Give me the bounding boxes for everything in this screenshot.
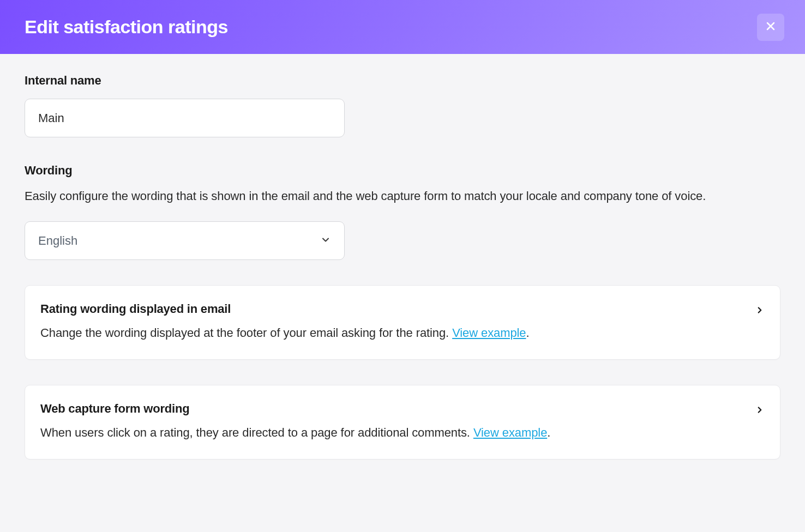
card-content: Web capture form wording When users clic… xyxy=(40,402,744,442)
web-capture-card-description-text: When users click on a rating, they are d… xyxy=(40,426,473,439)
header: Edit satisfaction ratings xyxy=(0,0,805,54)
close-button[interactable] xyxy=(757,14,784,41)
web-capture-card-title: Web capture form wording xyxy=(40,402,744,416)
content: Internal name Wording Easily configure t… xyxy=(0,54,805,479)
email-card-period: . xyxy=(526,326,529,340)
card-content: Rating wording displayed in email Change… xyxy=(40,302,744,342)
wording-description: Easily configure the wording that is sho… xyxy=(25,186,780,206)
email-wording-card[interactable]: Rating wording displayed in email Change… xyxy=(25,285,780,360)
email-card-description: Change the wording displayed at the foot… xyxy=(40,324,744,342)
page-title: Edit satisfaction ratings xyxy=(25,16,228,38)
web-capture-card-description: When users click on a rating, they are d… xyxy=(40,424,744,442)
language-select[interactable]: English xyxy=(25,221,345,260)
internal-name-section: Internal name xyxy=(25,74,780,137)
wording-label: Wording xyxy=(25,164,780,178)
web-capture-card-period: . xyxy=(547,426,550,439)
chevron-right-icon xyxy=(755,402,765,415)
close-icon xyxy=(764,20,777,35)
web-capture-wording-card[interactable]: Web capture form wording When users clic… xyxy=(25,385,780,460)
chevron-right-icon xyxy=(755,302,765,315)
wording-section: Wording Easily configure the wording tha… xyxy=(25,164,780,260)
language-select-value: English xyxy=(38,234,77,248)
web-capture-view-example-link[interactable]: View example xyxy=(473,426,547,439)
chevron-down-icon xyxy=(320,234,331,247)
email-card-description-text: Change the wording displayed at the foot… xyxy=(40,326,452,340)
internal-name-label: Internal name xyxy=(25,74,780,88)
email-card-title: Rating wording displayed in email xyxy=(40,302,744,316)
internal-name-input[interactable] xyxy=(25,99,345,137)
email-view-example-link[interactable]: View example xyxy=(452,326,526,340)
